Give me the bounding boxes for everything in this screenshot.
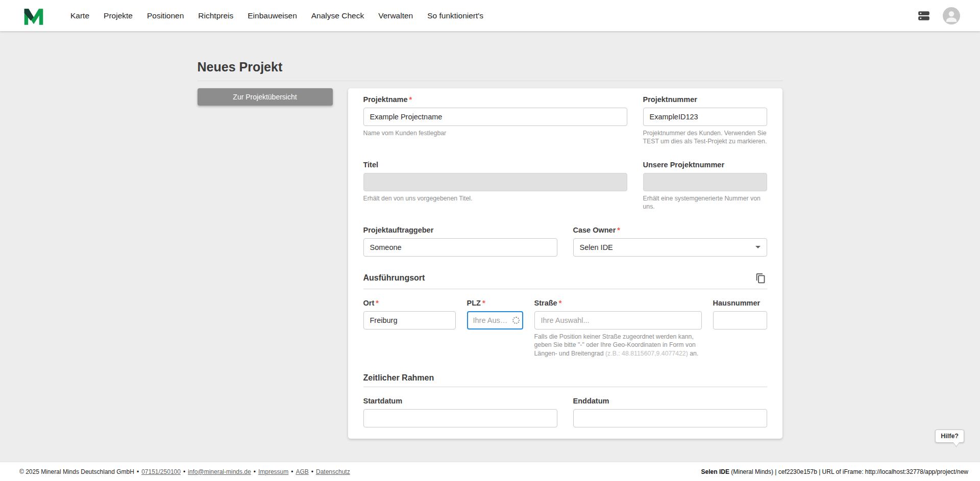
main-nav: Karte Projekte Positionen Richtpreis Ein… [70, 11, 916, 20]
footer-session-info: Selen IDE (Mineral Minds) | cef2230e157b… [701, 468, 968, 475]
projektname-input[interactable] [363, 108, 627, 126]
ort-label: Ort* [363, 299, 456, 308]
projektname-label: Projektname* [363, 96, 627, 104]
hausnummer-label: Hausnummer [713, 299, 767, 308]
hausnummer-input[interactable] [713, 311, 767, 330]
projektname-helper: Name vom Kunden festlegbar [363, 129, 627, 138]
footer-legal: © 2025 Mineral Minds Deutschland GmbH • … [19, 468, 350, 475]
section-divider [363, 387, 767, 387]
title-divider [198, 81, 783, 81]
required-marker: * [617, 226, 620, 234]
nav-item-richtpreis[interactable]: Richtpreis [198, 11, 233, 20]
nav-item-analyse-check[interactable]: Analyse Check [311, 11, 364, 20]
new-project-form-card: Projektname* Name vom Kunden festlegbar … [348, 88, 782, 439]
section-title-zeitlicher-rahmen: Zeitlicher Rahmen [363, 373, 434, 383]
projektauftraggeber-input[interactable] [363, 238, 557, 257]
projektnummer-helper: Projektnummer des Kunden. Verwenden Sie … [643, 129, 767, 146]
page-title: Neues Projekt [198, 60, 783, 74]
titel-label: Titel [363, 161, 627, 169]
copy-icon[interactable] [754, 272, 767, 285]
user-avatar-icon[interactable] [943, 7, 960, 24]
nav-item-projekte[interactable]: Projekte [104, 11, 133, 20]
case-owner-label: Case Owner* [573, 226, 767, 235]
startdatum-label: Startdatum [363, 397, 557, 406]
top-navbar: Karte Projekte Positionen Richtpreis Ein… [0, 0, 980, 31]
footer-link-phone[interactable]: 07151/250100 [141, 468, 181, 475]
ort-input[interactable] [363, 311, 456, 330]
main-content: Neues Projekt Zur Projektübersicht Proje… [0, 31, 980, 462]
unsere-projektnummer-label: Unsere Projektnummer [643, 161, 767, 169]
projektnummer-label: Projektnummer [643, 96, 767, 104]
nav-item-karte[interactable]: Karte [70, 11, 89, 20]
section-divider [363, 289, 767, 289]
mineral-minds-logo-icon [23, 6, 44, 25]
strasse-input[interactable] [534, 311, 702, 330]
brand-logo[interactable] [23, 6, 44, 26]
projektauftraggeber-label: Projektauftraggeber [363, 226, 557, 235]
titel-input [363, 173, 627, 191]
help-button[interactable]: Hilfe? [935, 429, 964, 443]
projektnummer-input[interactable] [643, 108, 767, 126]
enddatum-label: Enddatum [573, 397, 767, 406]
required-marker: * [482, 299, 485, 307]
session-details: (Mineral Minds) | cef2230e157b | URL of … [729, 468, 968, 475]
footer: © 2025 Mineral Minds Deutschland GmbH • … [0, 462, 980, 481]
required-marker: * [409, 95, 412, 104]
footer-link-impressum[interactable]: Impressum [258, 468, 288, 475]
titel-helper: Erhält den von uns vorgegebenen Titel. [363, 194, 627, 203]
footer-link-agb[interactable]: AGB [296, 468, 308, 475]
strasse-label: Straße* [534, 299, 702, 308]
nav-item-einbauweisen[interactable]: Einbauweisen [248, 11, 297, 20]
strasse-helper: Falls die Position keiner Straße zugeord… [534, 333, 702, 358]
back-to-project-overview-button[interactable]: Zur Projektübersicht [198, 88, 333, 106]
case-owner-selected-value: Selen IDE [580, 243, 613, 251]
unsere-projektnummer-helper: Erhält eine systemgenerierte Nummer von … [643, 194, 767, 211]
navbar-actions [916, 7, 960, 24]
plz-label: PLZ* [467, 299, 523, 308]
required-marker: * [376, 299, 379, 307]
unsere-projektnummer-input [643, 173, 767, 191]
nav-item-verwalten[interactable]: Verwalten [378, 11, 413, 20]
required-marker: * [559, 299, 562, 307]
chevron-down-icon [755, 246, 761, 248]
server-icon[interactable] [916, 9, 932, 22]
footer-link-email[interactable]: info@mineral-minds.de [188, 468, 251, 475]
footer-link-datenschutz[interactable]: Datenschutz [316, 468, 350, 475]
enddatum-input[interactable] [573, 409, 767, 427]
case-owner-select[interactable]: Selen IDE [573, 238, 767, 257]
startdatum-input[interactable] [363, 409, 557, 427]
session-user: Selen IDE [701, 468, 729, 475]
nav-item-positionen[interactable]: Positionen [147, 11, 184, 20]
loading-spinner-icon [512, 317, 520, 324]
copyright-text: © 2025 Mineral Minds Deutschland GmbH [19, 468, 134, 475]
nav-item-so-funktionierts[interactable]: So funktioniert's [427, 11, 483, 20]
section-title-ausfuehrungsort: Ausführungsort [363, 273, 425, 283]
